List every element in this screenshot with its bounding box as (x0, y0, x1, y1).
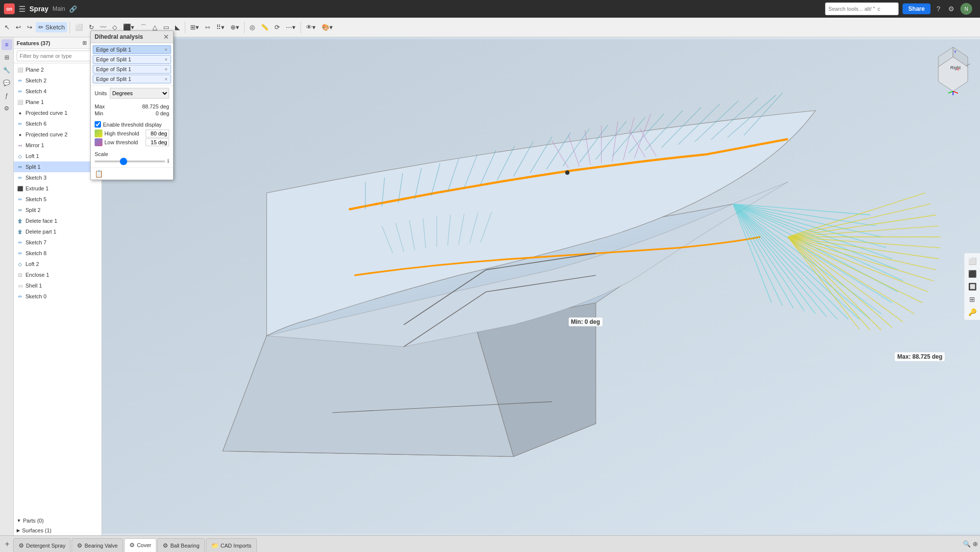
nav-cube[interactable]: Right X Y (931, 42, 975, 101)
boolean-tool[interactable]: ⊞▾ (188, 22, 201, 32)
more-tool[interactable]: ⋯▾ (283, 22, 298, 32)
zoom-out-button[interactable]: 🔍 (963, 540, 971, 548)
share-button[interactable]: Share (903, 3, 930, 14)
edge-remove-icon[interactable]: × (165, 56, 168, 62)
split-icon: ✂ (17, 207, 24, 213)
edge-item-0[interactable]: Edge of Split 1× (93, 45, 171, 54)
edge-item-3[interactable]: Edge of Split 1× (93, 75, 171, 83)
features-filter-btn[interactable]: ⊞ (81, 39, 88, 47)
feature-item-sketch-7[interactable]: ✏Sketch 7 (14, 237, 101, 248)
extrude-tool[interactable]: ⬜ (73, 22, 85, 32)
low-threshold-input[interactable] (146, 138, 169, 146)
zoom-in-button[interactable]: ⊕ (973, 540, 978, 548)
feature-item-split-1[interactable]: ✂Split 1 (14, 161, 101, 172)
feature-item-sketch-3[interactable]: ✏Sketch 3 (14, 172, 101, 183)
feature-item-projected-curve-1[interactable]: ●Projected curve 1 (14, 107, 101, 118)
features-filter-input[interactable] (17, 51, 99, 61)
feature-item-sketch-0[interactable]: ✏Sketch 0 (14, 291, 101, 302)
view-toggle-5[interactable]: 🔑 (966, 306, 978, 318)
search-tools-input[interactable] (825, 2, 899, 15)
surfaces-section-header[interactable]: ▶ Surfaces (1) (17, 526, 99, 534)
view-toggle-1[interactable]: ⬜ (966, 255, 978, 267)
avatar[interactable]: N (960, 3, 972, 15)
tab-detergent-spray[interactable]: ⚙Detergent Spray (13, 538, 71, 552)
feature-name: Plane 2 (25, 67, 99, 73)
edge-remove-icon[interactable]: × (165, 76, 168, 82)
view-toggle-4[interactable]: ⊞ (966, 293, 978, 305)
high-threshold-swatch (95, 130, 102, 137)
link-icon[interactable]: 🔗 (69, 5, 77, 13)
feature-item-loft-2[interactable]: ◇Loft 2 (14, 259, 101, 269)
help-icon[interactable]: ? (934, 4, 942, 14)
measure-tool[interactable]: 📏 (258, 22, 271, 32)
tab-ball-bearing[interactable]: ⚙Ball Bearing (157, 538, 204, 552)
delete_face-icon: 🗑 (17, 217, 24, 224)
edge-item-1[interactable]: Edge of Split 1× (93, 55, 171, 64)
tab-cad-imports[interactable]: 📁CAD Imports (206, 538, 257, 552)
variables-icon[interactable]: ƒ (1, 90, 12, 101)
edge-label: Edge of Split 1 (96, 76, 131, 82)
select-tool[interactable]: ↖ (2, 22, 12, 32)
feature-item-delete-face-1[interactable]: 🗑Delete face 1 (14, 215, 101, 226)
feature-item-projected-curve-2[interactable]: ●Projected curve 2 (14, 129, 101, 140)
comments-icon[interactable]: 💬 (1, 78, 12, 88)
feature-item-sketch-8[interactable]: ✏Sketch 8 (14, 248, 101, 259)
draft-tool[interactable]: ◣ (173, 22, 182, 32)
feature-item-plane-2[interactable]: ⬜Plane 2 (14, 64, 101, 75)
sketch-icon: ✏ (17, 88, 24, 95)
tab-bearing-valve[interactable]: ⚙Bearing Valve (72, 538, 123, 552)
assembly-icon[interactable]: 🔧 (1, 65, 12, 76)
edge-item-2[interactable]: Edge of Split 1× (93, 65, 171, 74)
feature-item-sketch-4[interactable]: ✏Sketch 4 (14, 86, 101, 97)
instances-icon[interactable]: ⊞ (1, 52, 12, 63)
feature-item-sketch-6[interactable]: ✏Sketch 6 (14, 118, 101, 129)
display-tool[interactable]: 👁▾ (303, 22, 318, 32)
add-tab-button[interactable]: + (2, 539, 12, 550)
notes-icon[interactable]: 📋 (95, 170, 103, 178)
tabbar: + ⚙Detergent Spray⚙Bearing Valve⚙Cover⚙B… (0, 535, 980, 552)
units-select[interactable]: Degrees Radians (110, 88, 169, 99)
view-toggle-2[interactable]: ⬛ (966, 268, 978, 280)
view-toggle-3[interactable]: 🔲 (966, 281, 978, 292)
high-threshold-input[interactable] (146, 130, 169, 137)
tab-icon-0: ⚙ (19, 542, 24, 549)
analysis-tool[interactable]: ◎ (247, 22, 257, 32)
tab-cover[interactable]: ⚙Cover (124, 538, 156, 552)
transform-tool[interactable]: ⟳ (272, 22, 282, 32)
scale-info-icon[interactable]: ℹ (167, 158, 169, 164)
config-icon[interactable]: ⚙ (1, 103, 12, 114)
edge-remove-icon[interactable]: × (165, 47, 168, 53)
viewport[interactable]: Min: 0 deg Max: 88.725 deg Right X Y (102, 37, 980, 535)
hamburger-menu[interactable]: ☰ (19, 4, 25, 14)
redo-button[interactable]: ↪ (25, 22, 35, 32)
feature-item-sketch-2[interactable]: ✏Sketch 2 (14, 75, 101, 86)
svg-text:Y: Y (954, 50, 956, 53)
feature-item-shell-1[interactable]: ▭Shell 1 (14, 280, 101, 291)
mate-tool[interactable]: ⊕▾ (228, 22, 242, 32)
features-icon[interactable]: ≡ (1, 39, 12, 50)
feature-item-sketch-5[interactable]: ✏Sketch 5 (14, 194, 101, 205)
feature-item-plane-1[interactable]: ⬜Plane 1 (14, 97, 101, 107)
color-tool[interactable]: 🎨▾ (319, 22, 335, 32)
mirror-tool[interactable]: ⇿ (202, 22, 213, 32)
dihedral-edges-list: Edge of Split 1×Edge of Split 1×Edge of … (91, 43, 173, 85)
enclose-icon: ⊡ (17, 271, 24, 278)
surfaces-label: Surfaces (1) (22, 527, 51, 533)
feature-item-extrude-1[interactable]: ⬛Extrude 1 (14, 183, 101, 194)
feature-item-loft-1[interactable]: ◇Loft 1 (14, 151, 101, 161)
sketch-tool[interactable]: ✏ Sketch (36, 22, 67, 32)
feature-item-delete-part-1[interactable]: 🗑Delete part 1 (14, 226, 101, 237)
parts-section-header[interactable]: ▼ Parts (0) (17, 517, 99, 525)
undo-button[interactable]: ↩ (13, 22, 24, 32)
threshold-checkbox[interactable] (95, 121, 101, 128)
edge-remove-icon[interactable]: × (165, 66, 168, 72)
feature-item-enclose-1[interactable]: ⊡Enclose 1 (14, 269, 101, 280)
settings-icon[interactable]: ⚙ (946, 4, 956, 14)
feature-item-split-2[interactable]: ✂Split 2 (14, 205, 101, 215)
pattern-tool[interactable]: ⠿▾ (214, 22, 227, 32)
feature-item-mirror-1[interactable]: ⇿Mirror 1 (14, 140, 101, 151)
topbar-right: Share ? ⚙ N (825, 2, 976, 15)
scale-slider[interactable] (95, 160, 165, 162)
dihedral-title: Dihedral analysis (95, 33, 143, 40)
dihedral-close-button[interactable]: ✕ (163, 33, 169, 41)
